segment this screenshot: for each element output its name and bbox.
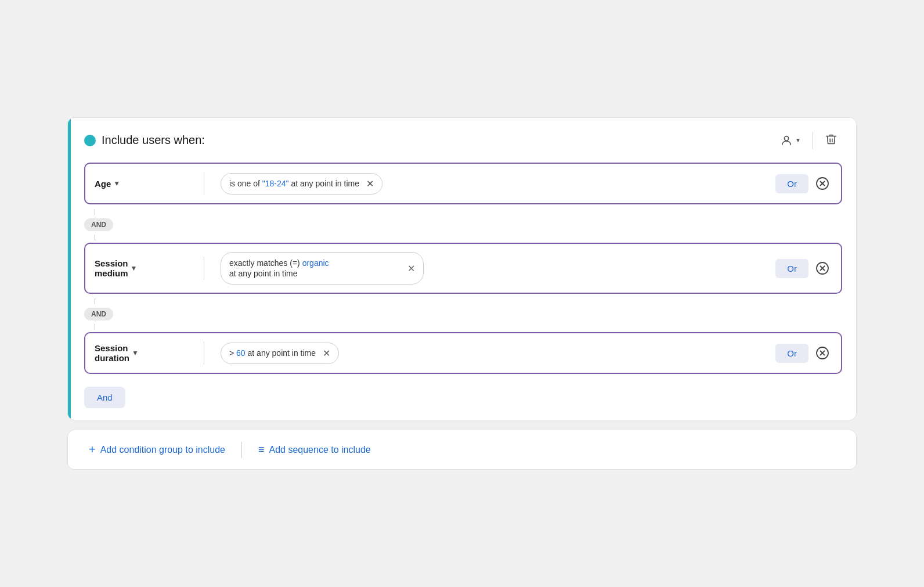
age-remove-icon	[815, 177, 829, 190]
medium-remove-button[interactable]	[813, 259, 832, 278]
medium-separator	[204, 257, 204, 280]
medium-pill-close[interactable]: ✕	[407, 263, 415, 274]
header-row: Include users when: ▼	[84, 129, 842, 151]
age-dropdown-button[interactable]: ▼	[111, 177, 122, 190]
card-content: Include users when: ▼	[68, 118, 856, 420]
and-connector-2: AND	[84, 298, 842, 330]
and-connector-1: AND	[84, 209, 842, 240]
medium-dropdown-button[interactable]: ▼	[128, 262, 140, 275]
main-card: Include users when: ▼	[67, 117, 857, 420]
medium-remove-icon	[815, 261, 829, 275]
age-pill-text: is one of "18-24" at any point in time	[229, 179, 359, 188]
age-pill-area: is one of "18-24" at any point in time ✕	[221, 173, 768, 195]
condition-medium-label: Sessionmedium	[95, 258, 128, 278]
duration-or-button[interactable]: Or	[775, 344, 808, 363]
condition-medium-left: Sessionmedium ▼	[95, 258, 187, 278]
age-value: "18-24"	[262, 179, 289, 188]
person-icon	[780, 134, 793, 147]
header-left: Include users when:	[84, 134, 205, 147]
svg-point-0	[784, 136, 788, 140]
and-line-top-2	[95, 298, 95, 304]
medium-value: organic	[302, 258, 329, 268]
condition-age-label: Age	[95, 179, 111, 189]
age-separator	[204, 172, 204, 195]
duration-value: 60	[236, 348, 246, 358]
outer-wrapper: Include users when: ▼	[56, 106, 868, 481]
and-button[interactable]: And	[84, 387, 125, 408]
duration-remove-icon	[815, 346, 829, 360]
duration-condition-right: Or	[775, 344, 832, 363]
condition-age-left: Age ▼	[95, 177, 187, 190]
age-remove-button[interactable]	[813, 174, 832, 193]
duration-pill-close[interactable]: ✕	[323, 348, 330, 359]
duration-remove-button[interactable]	[813, 344, 832, 362]
trash-icon	[825, 133, 838, 146]
medium-pill-line1: exactly matches (=) organic	[229, 258, 329, 268]
delete-button[interactable]	[820, 129, 842, 151]
medium-or-button[interactable]: Or	[775, 259, 808, 278]
bottom-divider	[241, 442, 242, 458]
duration-pill-text: > 60 at any point in time	[229, 348, 316, 358]
add-condition-group-button[interactable]: + Add condition group to include	[84, 441, 230, 459]
and-line-top-1	[95, 209, 95, 215]
medium-pill: exactly matches (=) organic at any point…	[221, 252, 424, 285]
add-condition-group-label: Add condition group to include	[100, 445, 225, 455]
and-badge-1: AND	[84, 218, 113, 231]
medium-condition-right: Or	[775, 259, 832, 278]
person-dropdown-button[interactable]: ▼	[775, 131, 806, 150]
duration-pill-area: > 60 at any point in time ✕	[221, 343, 768, 364]
and-line-bottom-1	[95, 235, 95, 240]
condition-duration-label: Sessionduration	[95, 343, 129, 363]
teal-dot	[84, 135, 96, 146]
condition-session-medium: Sessionmedium ▼ exactly matches (=) orga…	[84, 243, 842, 294]
plus-icon: +	[89, 443, 96, 456]
chevron-icon: ▼	[795, 137, 801, 143]
age-pill-close[interactable]: ✕	[366, 178, 374, 189]
condition-age: Age ▼ is one of "18-24" at any point in …	[84, 163, 842, 204]
age-pill: is one of "18-24" at any point in time ✕	[221, 173, 382, 195]
duration-pill: > 60 at any point in time ✕	[221, 343, 339, 364]
header-divider	[813, 132, 813, 149]
sequence-icon: ≡	[258, 444, 265, 456]
page-title: Include users when:	[102, 134, 205, 147]
medium-pill-area: exactly matches (=) organic at any point…	[221, 252, 768, 285]
add-sequence-label: Add sequence to include	[269, 445, 370, 455]
age-or-button[interactable]: Or	[775, 174, 808, 193]
age-condition-right: Or	[775, 174, 832, 193]
header-right: ▼	[775, 129, 842, 151]
medium-pill-line2: at any point in time	[229, 269, 298, 278]
and-badge-2: AND	[84, 308, 113, 320]
condition-session-duration: Sessionduration ▼ > 60 at any point in t…	[84, 332, 842, 374]
duration-separator	[204, 341, 204, 365]
duration-dropdown-button[interactable]: ▼	[129, 347, 141, 359]
bottom-card: + Add condition group to include ≡ Add s…	[67, 430, 857, 470]
and-line-bottom-2	[95, 324, 95, 330]
add-sequence-button[interactable]: ≡ Add sequence to include	[254, 441, 376, 458]
left-accent	[68, 118, 71, 420]
condition-duration-left: Sessionduration ▼	[95, 343, 187, 363]
